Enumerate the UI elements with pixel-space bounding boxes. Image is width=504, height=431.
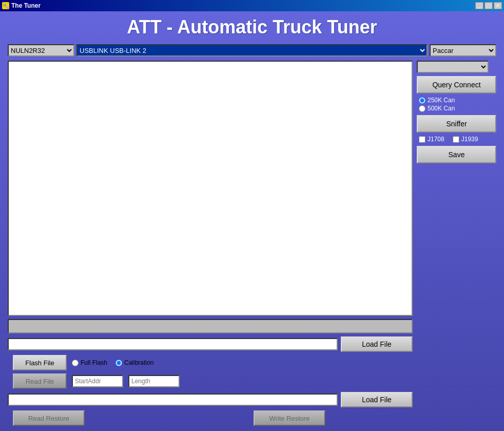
load-file-1-button[interactable]: Load File	[341, 336, 413, 352]
window-title: The Tuner	[11, 2, 41, 9]
j1939-checkbox-label[interactable]: J1939	[453, 136, 478, 143]
minimize-button[interactable]: _	[475, 2, 483, 9]
j1939-checkbox[interactable]	[453, 136, 459, 143]
load-file-2-button[interactable]: Load File	[341, 392, 413, 407]
calibration-radio[interactable]	[115, 360, 122, 366]
length-input[interactable]	[128, 375, 180, 387]
usb-dropdown[interactable]: USBLINK USB-LINK 2	[76, 44, 428, 57]
flash-file-button[interactable]: Flash File	[13, 355, 67, 370]
protocol-checkbox-group: J1708 J1939	[417, 136, 496, 143]
restore-path-row: Load File	[8, 392, 413, 407]
progress-bar	[8, 319, 413, 333]
restore-btn-row: Read Restore Write Restore	[8, 410, 413, 426]
main-content: ATT - Automatic Truck Tuner NULN2R32 USB…	[0, 11, 504, 431]
maximize-button[interactable]: □	[484, 2, 493, 9]
full-flash-radio-label[interactable]: Full Flash	[72, 359, 107, 366]
flash-row: Flash File Full Flash Calibration	[8, 355, 413, 370]
paccar-dropdown[interactable]: Paccar	[430, 44, 496, 57]
sub-dropdown[interactable]	[417, 61, 489, 73]
log-text-area[interactable]	[8, 61, 413, 316]
app-title: ATT - Automatic Truck Tuner	[8, 16, 496, 38]
sniffer-button[interactable]: Sniffer	[417, 115, 496, 133]
left-panel: Load File Flash File Full Flash Calibrat…	[8, 61, 496, 426]
flash-file-path-input[interactable]	[8, 338, 338, 350]
app-icon: 🔧	[2, 2, 9, 9]
nuln-dropdown[interactable]: NULN2R32	[8, 44, 74, 57]
read-restore-button[interactable]: Read Restore	[13, 410, 85, 426]
j1708-checkbox[interactable]	[419, 136, 425, 143]
write-restore-button[interactable]: Write Restore	[254, 410, 325, 426]
j1708-checkbox-label[interactable]: J1708	[419, 136, 444, 143]
can-speed-group: 250K Can 500K Can	[417, 97, 496, 112]
title-bar: 🔧 The Tuner _ □ ✕	[0, 0, 504, 11]
close-button[interactable]: ✕	[494, 2, 502, 9]
title-bar-buttons: _ □ ✕	[475, 2, 502, 9]
read-file-button[interactable]: Read File	[13, 373, 67, 389]
file-path-row: Load File	[8, 336, 413, 352]
radio-250k-label[interactable]: 250K Can	[419, 97, 496, 104]
radio-500k[interactable]	[419, 105, 425, 112]
title-bar-left: 🔧 The Tuner	[2, 2, 41, 9]
start-addr-input[interactable]	[72, 375, 123, 387]
right-panel: Query Connect 250K Can 500K Can Sniffer	[417, 61, 496, 426]
restore-file-path-input[interactable]	[8, 393, 338, 406]
calibration-radio-label[interactable]: Calibration	[115, 359, 153, 366]
save-button[interactable]: Save	[417, 146, 496, 163]
read-row: Read File	[8, 373, 413, 389]
full-flash-radio[interactable]	[72, 360, 79, 366]
top-controls: NULN2R32 USBLINK USB-LINK 2 Paccar	[8, 44, 496, 57]
main-area: Load File Flash File Full Flash Calibrat…	[8, 61, 413, 426]
query-connect-button[interactable]: Query Connect	[417, 76, 496, 93]
radio-500k-label[interactable]: 500K Can	[419, 105, 496, 112]
flash-radio-group: Full Flash Calibration	[72, 359, 153, 366]
radio-250k[interactable]	[419, 97, 425, 104]
